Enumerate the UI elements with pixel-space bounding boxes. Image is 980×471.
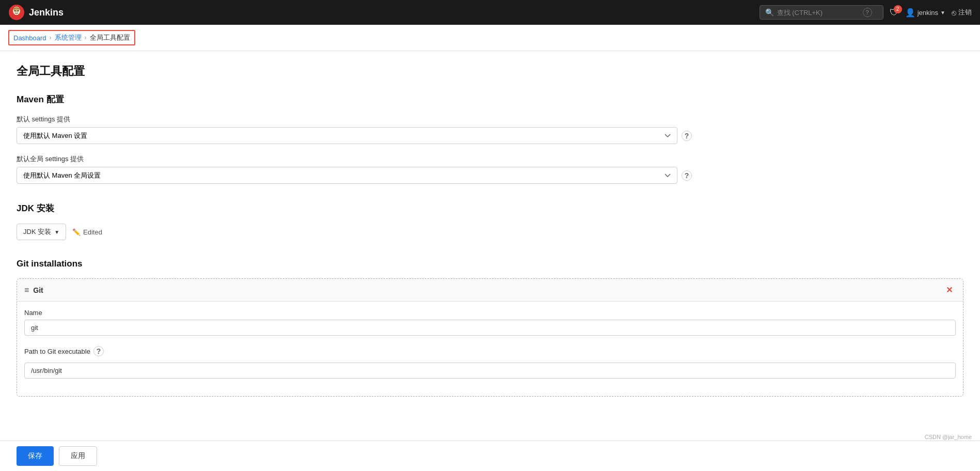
logout-icon: ⎋ xyxy=(952,8,956,17)
form-footer: 保存 应用 xyxy=(0,441,980,470)
watermark: CSDN @jar_home xyxy=(925,434,972,440)
git-close-button[interactable]: ✕ xyxy=(943,284,956,296)
jenkins-logo-icon xyxy=(8,4,25,21)
main-content: 全局工具配置 Maven 配置 默认 settings 提供 使用默认 Mave… xyxy=(0,51,980,470)
git-path-label-row: Path to Git executable ? xyxy=(24,346,956,356)
global-settings-help-icon[interactable]: ? xyxy=(682,170,692,181)
git-name-label: Name xyxy=(24,309,956,317)
git-card: ≡ Git ✕ Name Path to Git executable ? xyxy=(17,278,963,397)
global-settings-container: 使用默认 Maven 全局设置 ? xyxy=(17,167,765,184)
git-path-help-icon[interactable]: ? xyxy=(93,346,104,356)
default-settings-group: 默认 settings 提供 使用默认 Maven 设置 ? xyxy=(17,115,963,144)
breadcrumb: Dashboard › 系统管理 › 全局工具配置 xyxy=(8,30,135,45)
drag-handle-icon[interactable]: ≡ xyxy=(24,286,29,295)
user-name: jenkins xyxy=(918,9,938,17)
breadcrumb-dashboard[interactable]: Dashboard xyxy=(13,34,46,42)
badge-count: 2 xyxy=(894,5,902,13)
breadcrumb-system-manage[interactable]: 系统管理 xyxy=(55,33,82,42)
search-icon: 🔍 xyxy=(765,8,774,17)
edited-label: ✏️ Edited xyxy=(72,228,102,236)
edited-text: Edited xyxy=(83,228,102,236)
breadcrumb-current: 全局工具配置 xyxy=(90,33,130,42)
default-settings-help-icon[interactable]: ? xyxy=(682,131,692,141)
user-icon: 👤 xyxy=(905,8,915,18)
navbar: Jenkins 🔍 ? 🛡 2 👤 jenkins ▼ ⎋ 注销 xyxy=(0,0,980,25)
security-badge[interactable]: 🛡 2 xyxy=(890,7,899,18)
pencil-icon: ✏️ xyxy=(72,228,81,236)
breadcrumb-sep-2: › xyxy=(85,34,87,41)
search-box[interactable]: 🔍 ? xyxy=(760,5,883,20)
global-settings-group: 默认全局 settings 提供 使用默认 Maven 全局设置 ? xyxy=(17,154,963,184)
save-button[interactable]: 保存 xyxy=(17,446,54,466)
default-settings-label: 默认 settings 提供 xyxy=(17,115,963,124)
jdk-dropdown-button[interactable]: JDK 安装 ▼ xyxy=(17,224,66,240)
global-settings-label: 默认全局 settings 提供 xyxy=(17,154,963,164)
git-section-title: Git installations xyxy=(17,259,963,269)
user-menu-button[interactable]: 👤 jenkins ▼ xyxy=(905,8,945,18)
jdk-section: JDK 安装 JDK 安装 ▼ ✏️ Edited xyxy=(17,202,963,240)
chevron-down-icon: ▼ xyxy=(54,229,59,235)
jdk-row: JDK 安装 ▼ ✏️ Edited xyxy=(17,224,963,240)
brand-logo[interactable]: Jenkins xyxy=(8,4,64,21)
breadcrumb-sep-1: › xyxy=(50,34,52,41)
search-input[interactable] xyxy=(777,9,860,17)
logout-label: 注销 xyxy=(958,8,972,17)
brand-name: Jenkins xyxy=(29,7,64,18)
logout-button[interactable]: ⎋ 注销 xyxy=(952,8,972,17)
svg-point-3 xyxy=(14,10,15,11)
global-settings-select[interactable]: 使用默认 Maven 全局设置 xyxy=(17,167,677,184)
default-settings-select[interactable]: 使用默认 Maven 设置 xyxy=(17,127,677,144)
git-card-body: Name Path to Git executable ? xyxy=(17,302,963,396)
default-settings-container: 使用默认 Maven 设置 ? xyxy=(17,127,765,144)
breadcrumb-bar: Dashboard › 系统管理 › 全局工具配置 xyxy=(0,25,980,51)
maven-section: Maven 配置 默认 settings 提供 使用默认 Maven 设置 ? … xyxy=(17,93,963,184)
git-card-header: ≡ Git ✕ xyxy=(17,279,963,302)
jdk-section-title: JDK 安装 xyxy=(17,202,963,214)
git-section: Git installations ≡ Git ✕ Name Path to G… xyxy=(17,259,963,397)
git-path-input[interactable] xyxy=(24,363,956,379)
git-name-input[interactable] xyxy=(24,320,956,336)
git-path-label: Path to Git executable xyxy=(24,348,90,355)
jdk-button-label: JDK 安装 xyxy=(23,227,51,237)
git-header-left: ≡ Git xyxy=(24,286,43,295)
git-path-group: Path to Git executable ? xyxy=(24,346,956,379)
help-circle-icon: ? xyxy=(863,8,872,17)
git-name-group: Name xyxy=(24,309,956,336)
page-title: 全局工具配置 xyxy=(17,64,963,79)
navbar-right: 🔍 ? 🛡 2 👤 jenkins ▼ ⎋ 注销 xyxy=(760,5,972,20)
chevron-down-icon: ▼ xyxy=(940,10,945,15)
git-card-title: Git xyxy=(33,286,43,294)
maven-section-title: Maven 配置 xyxy=(17,93,963,105)
svg-point-4 xyxy=(18,10,19,11)
apply-button[interactable]: 应用 xyxy=(59,446,97,466)
